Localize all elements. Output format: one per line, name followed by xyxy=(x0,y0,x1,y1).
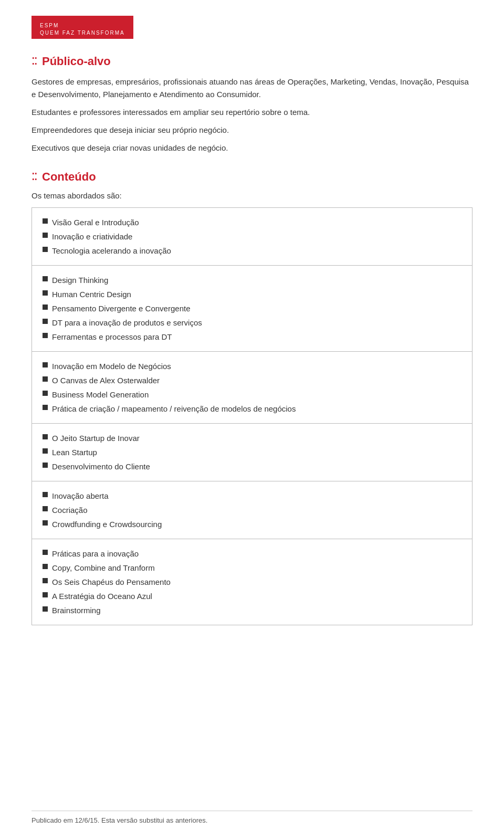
list-item: O Jeito Startup de Inovar xyxy=(43,431,461,445)
content-group-5: Inovação aberta Cocriação Crowdfunding e… xyxy=(32,481,472,539)
list-item: Inovação e criatividade xyxy=(43,229,461,244)
list-item: Práticas para a inovação xyxy=(43,547,461,561)
list-item: Lean Startup xyxy=(43,445,461,459)
list-item: Visão Geral e Introdução xyxy=(43,215,461,229)
bullet-icon xyxy=(43,290,48,296)
bullet-icon xyxy=(43,391,48,396)
content-group-2-cell: Design Thinking Human Centric Design Pen… xyxy=(32,266,472,352)
bullet-icon xyxy=(43,376,48,382)
content-list-3: Inovação em Modelo de Negócios O Canvas … xyxy=(43,359,461,416)
publico-para-1: Gestores de empresas, empresários, profi… xyxy=(32,76,472,101)
list-item: Os Seis Chapéus do Pensamento xyxy=(43,575,461,589)
list-item: Design Thinking xyxy=(43,273,461,287)
publico-para-3: Empreendedores que deseja iniciar seu pr… xyxy=(32,124,472,136)
list-item: Inovação em Modelo de Negócios xyxy=(43,359,461,373)
list-item: A Estratégia do Oceano Azul xyxy=(43,589,461,603)
bullet-icon xyxy=(43,463,48,468)
list-item: Business Model Generation xyxy=(43,387,461,402)
conteudo-title: ⁚⁚ Conteúdo xyxy=(32,170,472,184)
content-list-2: Design Thinking Human Centric Design Pen… xyxy=(43,273,461,344)
content-list-4: O Jeito Startup de Inovar Lean Startup D… xyxy=(43,431,461,474)
bullet-icon xyxy=(43,592,48,597)
content-group-1: Visão Geral e Introdução Inovação e cria… xyxy=(32,208,472,266)
bullet-icon xyxy=(43,550,48,555)
conteudo-label: Conteúdo xyxy=(42,170,96,184)
list-item: Cocriação xyxy=(43,503,461,517)
content-group-3: Inovação em Modelo de Negócios O Canvas … xyxy=(32,352,472,424)
list-item: Copy, Combine and Tranform xyxy=(43,561,461,575)
footer: Publicado em 12/6/15. Esta versão substi… xyxy=(32,811,472,824)
content-group-5-cell: Inovação aberta Cocriação Crowdfunding e… xyxy=(32,481,472,539)
list-item: Ferramentas e processos para DT xyxy=(43,330,461,344)
dots-icon-conteudo: ⁚⁚ xyxy=(32,171,37,183)
bullet-icon xyxy=(43,333,48,338)
dots-icon-publico: ⁚⁚ xyxy=(32,56,37,67)
bullet-icon xyxy=(43,362,48,368)
publico-para-2: Estudantes e professores interessados em… xyxy=(32,106,472,119)
list-item: Tecnologia acelerando a inovação xyxy=(43,244,461,258)
bullet-icon xyxy=(43,233,48,238)
bullet-icon xyxy=(43,405,48,410)
content-group-4: O Jeito Startup de Inovar Lean Startup D… xyxy=(32,424,472,481)
bullet-icon xyxy=(43,606,48,612)
bullet-icon xyxy=(43,564,48,569)
content-group-6: Práticas para a inovação Copy, Combine a… xyxy=(32,539,472,625)
logo-container: ESPM QUEM FAZ TRANSFORMA xyxy=(32,16,472,39)
list-item: Desenvolvimento do Cliente xyxy=(43,459,461,474)
content-group-4-cell: O Jeito Startup de Inovar Lean Startup D… xyxy=(32,424,472,481)
content-group-6-cell: Práticas para a inovação Copy, Combine a… xyxy=(32,539,472,625)
bullet-icon xyxy=(43,578,48,583)
conteudo-intro: Os temas abordados são: xyxy=(32,191,472,200)
list-item: Pensamento Divergente e Convergente xyxy=(43,301,461,316)
bullet-icon xyxy=(43,218,48,224)
list-item: Inovação aberta xyxy=(43,489,461,503)
publico-alvo-title: ⁚⁚ Público-alvo xyxy=(32,55,472,68)
bullet-icon xyxy=(43,520,48,526)
content-list-1: Visão Geral e Introdução Inovação e cria… xyxy=(43,215,461,258)
bullet-icon xyxy=(43,276,48,281)
content-group-1-cell: Visão Geral e Introdução Inovação e cria… xyxy=(32,208,472,266)
bullet-icon xyxy=(43,506,48,511)
content-group-2: Design Thinking Human Centric Design Pen… xyxy=(32,266,472,352)
list-item: DT para a inovação de produtos e serviço… xyxy=(43,316,461,330)
publico-alvo-section: ⁚⁚ Público-alvo Gestores de empresas, em… xyxy=(32,55,472,154)
bullet-icon xyxy=(43,304,48,310)
bullet-icon xyxy=(43,492,48,497)
content-group-3-cell: Inovação em Modelo de Negócios O Canvas … xyxy=(32,352,472,424)
logo-name: ESPM xyxy=(40,23,125,28)
list-item: Prática de criação / mapeamento / reiven… xyxy=(43,402,461,416)
bullet-icon xyxy=(43,448,48,454)
conteudo-section: ⁚⁚ Conteúdo Os temas abordados são: Visã… xyxy=(32,170,472,625)
content-list-6: Práticas para a inovação Copy, Combine a… xyxy=(43,547,461,617)
list-item: O Canvas de Alex Osterwalder xyxy=(43,373,461,387)
content-list-5: Inovação aberta Cocriação Crowdfunding e… xyxy=(43,489,461,531)
bullet-icon xyxy=(43,434,48,439)
content-table: Visão Geral e Introdução Inovação e cria… xyxy=(32,207,472,625)
publico-alvo-content: Gestores de empresas, empresários, profi… xyxy=(32,76,472,154)
logo-tagline: QUEM FAZ TRANSFORMA xyxy=(40,30,125,36)
publico-alvo-label: Público-alvo xyxy=(42,55,111,68)
list-item: Crowdfunding e Crowdsourcing xyxy=(43,517,461,531)
footer-text: Publicado em 12/6/15. Esta versão substi… xyxy=(32,816,472,824)
bullet-icon xyxy=(43,247,48,252)
bullet-icon xyxy=(43,319,48,324)
publico-para-4: Executivos que deseja criar novas unidad… xyxy=(32,142,472,154)
logo: ESPM QUEM FAZ TRANSFORMA xyxy=(32,16,133,39)
list-item: Human Centric Design xyxy=(43,287,461,301)
list-item: Brainstorming xyxy=(43,603,461,617)
